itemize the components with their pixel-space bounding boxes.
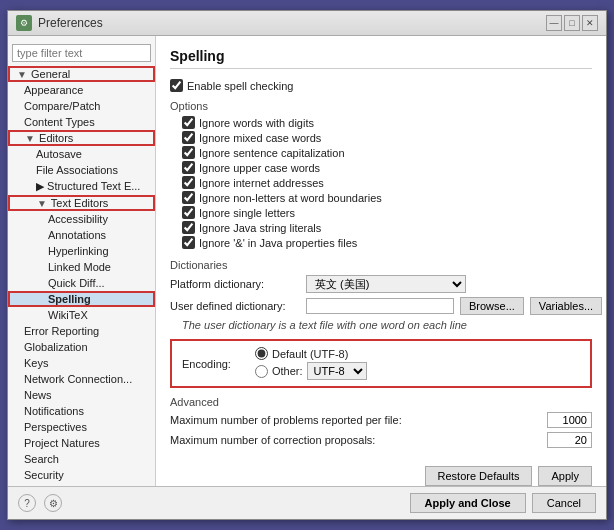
enable-spell-check-checkbox[interactable] — [170, 79, 183, 92]
sidebar-item-news[interactable]: News — [8, 387, 155, 403]
ignore-digits-row: Ignore words with digits — [182, 116, 592, 129]
sidebar-item-linked-mode[interactable]: Linked Mode — [8, 259, 155, 275]
sidebar-item-search[interactable]: Search — [8, 451, 155, 467]
panel-bottom-bar: Restore Defaults Apply — [170, 460, 592, 486]
encoding-default-radio[interactable] — [255, 347, 268, 360]
max-problems-input[interactable] — [547, 412, 592, 428]
sidebar-item-spelling[interactable]: Spelling — [8, 291, 155, 307]
ignore-upper-checkbox[interactable] — [182, 161, 195, 174]
ignore-single-row: Ignore single letters — [182, 206, 592, 219]
ignore-ampersand-label: Ignore '&' in Java properties files — [199, 237, 357, 249]
encoding-label: Encoding: — [182, 358, 247, 370]
window-icon: ⚙ — [16, 15, 32, 31]
sidebar-item-project-natures[interactable]: Project Natures — [8, 435, 155, 451]
max-problems-label: Maximum number of problems reported per … — [170, 414, 541, 426]
ignore-non-letters-row: Ignore non-letters at word boundaries — [182, 191, 592, 204]
help-icon[interactable]: ? — [18, 494, 36, 512]
encoding-default-row: Default (UTF-8) — [255, 347, 367, 360]
encoding-other-select[interactable]: UTF-8 — [307, 362, 367, 380]
title-bar-left: ⚙ Preferences — [16, 15, 103, 31]
advanced-section: Advanced Maximum number of problems repo… — [170, 396, 592, 448]
sidebar-item-file-associations[interactable]: File Associations — [8, 162, 155, 178]
ignore-non-letters-label: Ignore non-letters at word boundaries — [199, 192, 382, 204]
sidebar-item-hyperlinking[interactable]: Hyperlinking — [8, 243, 155, 259]
user-dict-row: User defined dictionary: Browse... Varia… — [170, 297, 592, 315]
max-proposals-input[interactable] — [547, 432, 592, 448]
encoding-other-radio[interactable] — [255, 365, 268, 378]
ignore-java-string-label: Ignore Java string literals — [199, 222, 321, 234]
platform-dict-label: Platform dictionary: — [170, 278, 300, 290]
sidebar-item-keys[interactable]: Keys — [8, 355, 155, 371]
sidebar-item-text-editors[interactable]: ▼ Text Editors — [8, 195, 155, 211]
ignore-non-letters-checkbox[interactable] — [182, 191, 195, 204]
ignore-sentence-checkbox[interactable] — [182, 146, 195, 159]
encoding-other-row: Other: UTF-8 — [255, 362, 367, 380]
enable-spell-check-label: Enable spell checking — [187, 80, 293, 92]
sidebar-item-perspectives[interactable]: Perspectives — [8, 419, 155, 435]
dictionaries-section: Dictionaries Platform dictionary: 英文 (美国… — [170, 259, 592, 331]
advanced-section-label: Advanced — [170, 396, 592, 408]
maximize-button[interactable]: □ — [564, 15, 580, 31]
sidebar-item-structured-text[interactable]: ▶ Structured Text E... — [8, 178, 155, 195]
title-bar: ⚙ Preferences — □ ✕ — [8, 11, 606, 36]
footer-left: ? ⚙ — [18, 494, 62, 512]
ignore-mixed-row: Ignore mixed case words — [182, 131, 592, 144]
minimize-button[interactable]: — — [546, 15, 562, 31]
sidebar-item-editors[interactable]: ▼ Editors — [8, 130, 155, 146]
content-area: ▼ General Appearance Compare/Patch Conte… — [8, 36, 606, 486]
encoding-radio-group: Default (UTF-8) Other: UTF-8 — [255, 347, 367, 380]
preferences-window: ⚙ Preferences — □ ✕ ▼ General Appearance… — [7, 10, 607, 520]
sidebar-item-general[interactable]: ▼ General — [8, 66, 155, 82]
user-dict-input[interactable] — [306, 298, 454, 314]
variables-button[interactable]: Variables... — [530, 297, 602, 315]
window-controls: — □ ✕ — [546, 15, 598, 31]
restore-defaults-button[interactable]: Restore Defaults — [425, 466, 533, 486]
sidebar-item-content-types[interactable]: Content Types — [8, 114, 155, 130]
max-problems-row: Maximum number of problems reported per … — [170, 412, 592, 428]
enable-spell-check-row: Enable spell checking — [170, 79, 592, 92]
sidebar-item-notifications[interactable]: Notifications — [8, 403, 155, 419]
ignore-single-label: Ignore single letters — [199, 207, 295, 219]
footer-bar: ? ⚙ Apply and Close Cancel — [8, 486, 606, 519]
sidebar-item-globalization[interactable]: Globalization — [8, 339, 155, 355]
sidebar-item-quick-diff[interactable]: Quick Diff... — [8, 275, 155, 291]
ignore-mixed-checkbox[interactable] — [182, 131, 195, 144]
ignore-sentence-row: Ignore sentence capitalization — [182, 146, 592, 159]
apply-button[interactable]: Apply — [538, 466, 592, 486]
sidebar-item-annotations[interactable]: Annotations — [8, 227, 155, 243]
ignore-upper-row: Ignore upper case words — [182, 161, 592, 174]
browse-button[interactable]: Browse... — [460, 297, 524, 315]
ignore-single-checkbox[interactable] — [182, 206, 195, 219]
sidebar-item-appearance[interactable]: Appearance — [8, 82, 155, 98]
sidebar-item-network-connection[interactable]: Network Connection... — [8, 371, 155, 387]
max-proposals-row: Maximum number of correction proposals: — [170, 432, 592, 448]
cancel-button[interactable]: Cancel — [532, 493, 596, 513]
ignore-internet-checkbox[interactable] — [182, 176, 195, 189]
sidebar-item-security[interactable]: Security — [8, 467, 155, 483]
main-panel: Spelling Enable spell checking Options I… — [156, 36, 606, 486]
dictionaries-section-label: Dictionaries — [170, 259, 592, 271]
options-section-label: Options — [170, 100, 592, 112]
close-button[interactable]: ✕ — [582, 15, 598, 31]
ignore-ampersand-checkbox[interactable] — [182, 236, 195, 249]
encoding-other-label: Other: — [272, 365, 303, 377]
sidebar-item-accessibility[interactable]: Accessibility — [8, 211, 155, 227]
ignore-internet-row: Ignore internet addresses — [182, 176, 592, 189]
platform-dict-select[interactable]: 英文 (美国) — [306, 275, 466, 293]
max-proposals-label: Maximum number of correction proposals: — [170, 434, 541, 446]
ignore-sentence-label: Ignore sentence capitalization — [199, 147, 345, 159]
apply-close-button[interactable]: Apply and Close — [410, 493, 526, 513]
panel-title: Spelling — [170, 48, 592, 69]
settings-icon[interactable]: ⚙ — [44, 494, 62, 512]
filter-input[interactable] — [12, 44, 151, 62]
window-title: Preferences — [38, 16, 103, 30]
sidebar-item-error-reporting[interactable]: Error Reporting — [8, 323, 155, 339]
ignore-ampersand-row: Ignore '&' in Java properties files — [182, 236, 592, 249]
sidebar-item-wikitex[interactable]: WikiTeX — [8, 307, 155, 323]
ignore-digits-checkbox[interactable] — [182, 116, 195, 129]
ignore-java-string-row: Ignore Java string literals — [182, 221, 592, 234]
sidebar-item-autosave[interactable]: Autosave — [8, 146, 155, 162]
sidebar-item-compare-patch[interactable]: Compare/Patch — [8, 98, 155, 114]
ignore-mixed-label: Ignore mixed case words — [199, 132, 321, 144]
ignore-java-string-checkbox[interactable] — [182, 221, 195, 234]
